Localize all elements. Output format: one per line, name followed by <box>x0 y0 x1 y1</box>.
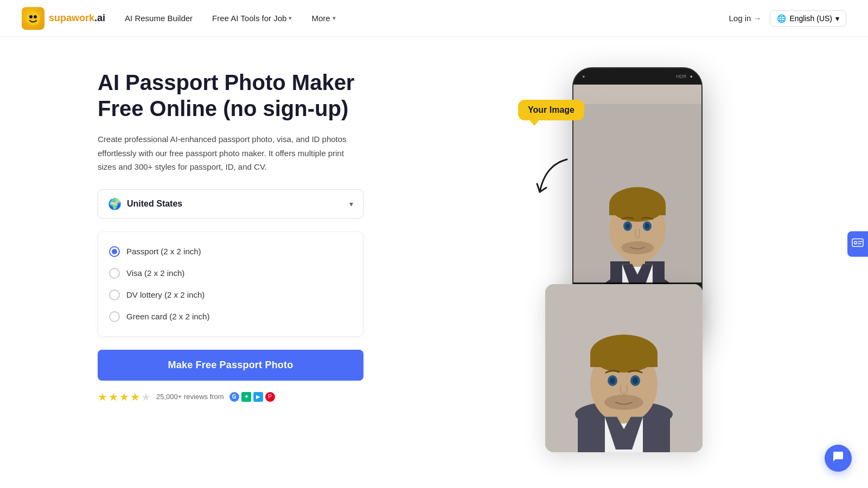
photo-type-group: Passport (2 x 2 inch) Visa (2 x 2 inch) … <box>98 232 363 337</box>
logo-icon <box>22 7 44 30</box>
twitter-icon: ▶ <box>253 392 263 402</box>
star-rating: ★ ★ ★ ★ ★ <box>98 390 151 403</box>
side-widget[interactable] <box>847 232 868 257</box>
svg-point-31 <box>854 241 857 244</box>
trustpilot-icon: ✦ <box>241 392 251 402</box>
star-5: ★ <box>141 390 151 403</box>
hero-title: AI Passport Photo Maker Free Online (no … <box>98 69 363 121</box>
svg-point-29 <box>604 395 643 410</box>
logo-text: supawork.ai <box>49 12 105 24</box>
radio-dv-circle <box>109 290 120 300</box>
left-section: AI Passport Photo Maker Free Online (no … <box>0 37 407 488</box>
lang-chevron-icon: ▾ <box>835 14 839 23</box>
star-1: ★ <box>98 390 107 403</box>
star-3: ★ <box>119 390 129 403</box>
nav-ai-tools[interactable]: Free AI Tools for Job ▾ <box>212 14 292 23</box>
radio-visa-circle <box>109 268 120 279</box>
speech-bubble: Your Image <box>518 100 584 120</box>
svg-point-0 <box>26 11 40 25</box>
make-passport-photo-button[interactable]: Make Free Passport Photo <box>98 350 363 381</box>
radio-passport-label: Passport (2 x 2 inch) <box>126 247 201 256</box>
country-selector[interactable]: 🌍 United States ▾ <box>98 189 363 219</box>
pinterest-icon: P <box>265 392 275 402</box>
ai-tools-chevron: ▾ <box>289 15 292 22</box>
nav-more[interactable]: More ▾ <box>311 14 335 23</box>
header: supawork.ai AI Resume Builder Free AI To… <box>0 0 868 37</box>
country-name: United States <box>127 199 182 209</box>
svg-rect-10 <box>609 204 666 215</box>
reviews-count-text: 25,000+ reviews from <box>156 393 224 401</box>
radio-dv-label: DV lottery (2 x 2 inch) <box>126 290 205 299</box>
radio-passport[interactable]: Passport (2 x 2 inch) <box>109 241 352 262</box>
hero-description: Create professional AI-enhanced passport… <box>98 132 363 174</box>
svg-point-27 <box>610 377 615 384</box>
header-left: supawork.ai AI Resume Builder Free AI To… <box>22 7 336 30</box>
globe-icon: 🌐 <box>777 14 786 23</box>
phone-person-image <box>573 85 701 305</box>
svg-point-2 <box>34 15 37 18</box>
language-selector[interactable]: 🌐 English (US) ▾ <box>770 10 846 27</box>
header-right: Log in → 🌐 English (US) ▾ <box>729 10 846 27</box>
result-photo-card <box>545 284 703 452</box>
star-2: ★ <box>108 390 118 403</box>
arrow-icon <box>534 154 578 210</box>
country-globe-icon: 🌍 <box>108 197 122 210</box>
logo[interactable]: supawork.ai <box>22 7 105 30</box>
svg-point-13 <box>626 223 630 229</box>
main-content: AI Passport Photo Maker Free Online (no … <box>0 37 868 488</box>
star-4: ★ <box>130 390 140 403</box>
reviews-section: ★ ★ ★ ★ ★ 25,000+ reviews from G ✦ ▶ P <box>98 390 363 403</box>
login-arrow-icon: → <box>753 14 761 23</box>
svg-point-1 <box>29 15 33 18</box>
svg-point-15 <box>621 241 654 254</box>
radio-visa[interactable]: Visa (2 x 2 inch) <box>109 262 352 284</box>
radio-passport-circle <box>109 246 120 257</box>
nav-resume-builder[interactable]: AI Resume Builder <box>125 14 193 23</box>
svg-point-28 <box>633 377 638 384</box>
radio-dv-lottery[interactable]: DV lottery (2 x 2 inch) <box>109 284 352 306</box>
chat-icon <box>832 450 845 466</box>
radio-visa-label: Visa (2 x 2 inch) <box>126 268 184 278</box>
id-card-icon <box>852 237 864 252</box>
country-chevron-icon: ▾ <box>349 200 353 208</box>
svg-rect-24 <box>590 354 658 367</box>
chat-button[interactable] <box>825 445 852 472</box>
google-icon: G <box>229 392 239 402</box>
radio-gc-circle <box>109 311 120 322</box>
login-button[interactable]: Log in → <box>729 14 762 23</box>
right-section: Your Image ● HDR ● <box>407 37 868 488</box>
radio-green-card[interactable]: Green card (2 x 2 inch) <box>109 306 352 328</box>
more-chevron: ▾ <box>333 15 336 22</box>
svg-point-14 <box>645 223 649 229</box>
image-wrapper: Your Image ● HDR ● <box>502 56 773 468</box>
review-platform-icons: G ✦ ▶ P <box>229 392 275 402</box>
radio-gc-label: Green card (2 x 2 inch) <box>126 312 209 321</box>
